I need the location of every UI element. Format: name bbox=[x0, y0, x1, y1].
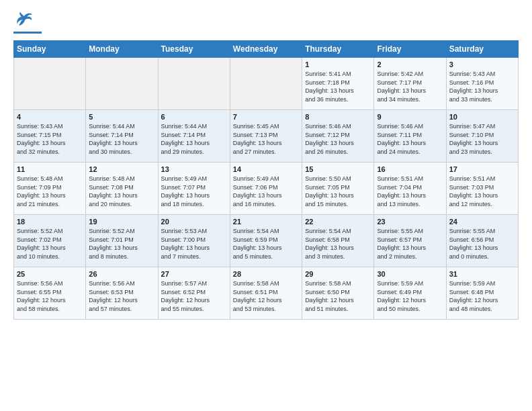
cell-info: Sunrise: 5:43 AM Sunset: 7:15 PM Dayligh… bbox=[17, 122, 83, 156]
calendar-cell: 29Sunrise: 5:58 AM Sunset: 6:50 PM Dayli… bbox=[302, 267, 374, 320]
cell-info: Sunrise: 5:43 AM Sunset: 7:16 PM Dayligh… bbox=[449, 70, 515, 103]
cell-info: Sunrise: 5:48 AM Sunset: 7:09 PM Dayligh… bbox=[17, 175, 83, 208]
day-number: 27 bbox=[161, 270, 227, 278]
day-number: 16 bbox=[377, 165, 443, 173]
cell-info: Sunrise: 5:44 AM Sunset: 7:14 PM Dayligh… bbox=[161, 122, 227, 156]
cell-info: Sunrise: 5:56 AM Sunset: 6:53 PM Dayligh… bbox=[89, 279, 154, 313]
day-number: 31 bbox=[449, 270, 515, 278]
calendar-cell bbox=[230, 58, 302, 110]
calendar-cell: 22Sunrise: 5:54 AM Sunset: 6:58 PM Dayli… bbox=[302, 215, 374, 267]
cell-info: Sunrise: 5:45 AM Sunset: 7:13 PM Dayligh… bbox=[233, 122, 299, 156]
cell-info: Sunrise: 5:52 AM Sunset: 7:01 PM Dayligh… bbox=[89, 227, 154, 261]
cell-info: Sunrise: 5:54 AM Sunset: 6:58 PM Dayligh… bbox=[305, 227, 371, 261]
day-number: 11 bbox=[17, 165, 83, 173]
cell-info: Sunrise: 5:51 AM Sunset: 7:03 PM Dayligh… bbox=[449, 175, 515, 208]
day-number: 24 bbox=[449, 218, 515, 226]
day-number: 22 bbox=[305, 218, 371, 226]
calendar-cell: 1Sunrise: 5:41 AM Sunset: 7:18 PM Daylig… bbox=[302, 58, 374, 110]
day-number: 6 bbox=[161, 113, 227, 121]
calendar-cell: 5Sunrise: 5:44 AM Sunset: 7:14 PM Daylig… bbox=[86, 110, 158, 163]
day-number: 28 bbox=[233, 270, 299, 278]
calendar-cell: 19Sunrise: 5:52 AM Sunset: 7:01 PM Dayli… bbox=[86, 215, 158, 267]
calendar-cell: 27Sunrise: 5:57 AM Sunset: 6:52 PM Dayli… bbox=[158, 267, 230, 320]
page: SundayMondayTuesdayWednesdayThursdayFrid… bbox=[0, 0, 532, 411]
cell-info: Sunrise: 5:46 AM Sunset: 7:11 PM Dayligh… bbox=[377, 122, 443, 156]
header-day-monday: Monday bbox=[86, 41, 158, 58]
day-number: 2 bbox=[377, 60, 443, 68]
week-row-4: 18Sunrise: 5:52 AM Sunset: 7:02 PM Dayli… bbox=[14, 215, 519, 267]
calendar-cell: 11Sunrise: 5:48 AM Sunset: 7:09 PM Dayli… bbox=[14, 163, 86, 215]
cell-info: Sunrise: 5:55 AM Sunset: 6:56 PM Dayligh… bbox=[449, 227, 515, 261]
calendar-cell: 21Sunrise: 5:54 AM Sunset: 6:59 PM Dayli… bbox=[230, 215, 302, 267]
cell-info: Sunrise: 5:48 AM Sunset: 7:08 PM Dayligh… bbox=[89, 175, 154, 208]
calendar-cell: 17Sunrise: 5:51 AM Sunset: 7:03 PM Dayli… bbox=[446, 163, 518, 215]
header-day-wednesday: Wednesday bbox=[230, 41, 302, 58]
day-number: 29 bbox=[305, 270, 371, 278]
cell-info: Sunrise: 5:54 AM Sunset: 6:59 PM Dayligh… bbox=[233, 227, 299, 261]
day-number: 23 bbox=[377, 218, 443, 226]
day-number: 4 bbox=[17, 113, 83, 121]
day-number: 13 bbox=[161, 165, 227, 173]
day-number: 19 bbox=[89, 218, 154, 226]
header-day-thursday: Thursday bbox=[302, 41, 374, 58]
header-day-sunday: Sunday bbox=[14, 41, 86, 58]
day-number: 20 bbox=[161, 218, 227, 226]
day-number: 1 bbox=[305, 60, 371, 68]
cell-info: Sunrise: 5:41 AM Sunset: 7:18 PM Dayligh… bbox=[305, 70, 371, 103]
week-row-1: 1Sunrise: 5:41 AM Sunset: 7:18 PM Daylig… bbox=[14, 58, 519, 110]
header-row: SundayMondayTuesdayWednesdayThursdayFrid… bbox=[14, 41, 519, 58]
calendar-cell bbox=[158, 58, 230, 110]
day-number: 10 bbox=[449, 113, 515, 121]
cell-info: Sunrise: 5:47 AM Sunset: 7:10 PM Dayligh… bbox=[449, 122, 515, 156]
day-number: 3 bbox=[449, 60, 515, 68]
cell-info: Sunrise: 5:58 AM Sunset: 6:51 PM Dayligh… bbox=[233, 279, 299, 313]
day-number: 15 bbox=[305, 165, 371, 173]
day-number: 25 bbox=[17, 270, 83, 278]
day-number: 21 bbox=[233, 218, 299, 226]
cell-info: Sunrise: 5:58 AM Sunset: 6:50 PM Dayligh… bbox=[305, 279, 371, 313]
calendar-cell: 10Sunrise: 5:47 AM Sunset: 7:10 PM Dayli… bbox=[446, 110, 518, 163]
header bbox=[13, 11, 519, 34]
calendar-cell: 18Sunrise: 5:52 AM Sunset: 7:02 PM Dayli… bbox=[14, 215, 86, 267]
calendar-cell: 12Sunrise: 5:48 AM Sunset: 7:08 PM Dayli… bbox=[86, 163, 158, 215]
cell-info: Sunrise: 5:46 AM Sunset: 7:12 PM Dayligh… bbox=[305, 122, 371, 156]
calendar-cell: 24Sunrise: 5:55 AM Sunset: 6:56 PM Dayli… bbox=[446, 215, 518, 267]
calendar-cell: 23Sunrise: 5:55 AM Sunset: 6:57 PM Dayli… bbox=[374, 215, 446, 267]
day-number: 14 bbox=[233, 165, 299, 173]
cell-info: Sunrise: 5:57 AM Sunset: 6:52 PM Dayligh… bbox=[161, 279, 227, 313]
cell-info: Sunrise: 5:42 AM Sunset: 7:17 PM Dayligh… bbox=[377, 70, 443, 103]
calendar-cell: 31Sunrise: 5:59 AM Sunset: 6:48 PM Dayli… bbox=[446, 267, 518, 320]
calendar-table: SundayMondayTuesdayWednesdayThursdayFrid… bbox=[13, 40, 519, 320]
calendar-cell: 9Sunrise: 5:46 AM Sunset: 7:11 PM Daylig… bbox=[374, 110, 446, 163]
cell-info: Sunrise: 5:50 AM Sunset: 7:05 PM Dayligh… bbox=[305, 175, 371, 208]
day-number: 30 bbox=[377, 270, 443, 278]
week-row-5: 25Sunrise: 5:56 AM Sunset: 6:55 PM Dayli… bbox=[14, 267, 519, 320]
calendar-cell: 26Sunrise: 5:56 AM Sunset: 6:53 PM Dayli… bbox=[86, 267, 158, 320]
calendar-cell: 3Sunrise: 5:43 AM Sunset: 7:16 PM Daylig… bbox=[446, 58, 518, 110]
cell-info: Sunrise: 5:59 AM Sunset: 6:48 PM Dayligh… bbox=[449, 279, 515, 313]
day-number: 18 bbox=[17, 218, 83, 226]
calendar-cell: 14Sunrise: 5:49 AM Sunset: 7:06 PM Dayli… bbox=[230, 163, 302, 215]
calendar-cell: 20Sunrise: 5:53 AM Sunset: 7:00 PM Dayli… bbox=[158, 215, 230, 267]
cell-info: Sunrise: 5:53 AM Sunset: 7:00 PM Dayligh… bbox=[161, 227, 227, 261]
calendar-cell: 2Sunrise: 5:42 AM Sunset: 7:17 PM Daylig… bbox=[374, 58, 446, 110]
day-number: 17 bbox=[449, 165, 515, 173]
header-day-friday: Friday bbox=[374, 41, 446, 58]
day-number: 12 bbox=[89, 165, 154, 173]
cell-info: Sunrise: 5:52 AM Sunset: 7:02 PM Dayligh… bbox=[17, 227, 83, 261]
week-row-2: 4Sunrise: 5:43 AM Sunset: 7:15 PM Daylig… bbox=[14, 110, 519, 163]
calendar-cell: 4Sunrise: 5:43 AM Sunset: 7:15 PM Daylig… bbox=[14, 110, 86, 163]
cell-info: Sunrise: 5:49 AM Sunset: 7:07 PM Dayligh… bbox=[161, 175, 227, 208]
cell-info: Sunrise: 5:44 AM Sunset: 7:14 PM Dayligh… bbox=[89, 122, 154, 156]
cell-info: Sunrise: 5:51 AM Sunset: 7:04 PM Dayligh… bbox=[377, 175, 443, 208]
calendar-cell bbox=[86, 58, 158, 110]
day-number: 26 bbox=[89, 270, 154, 278]
calendar-cell: 25Sunrise: 5:56 AM Sunset: 6:55 PM Dayli… bbox=[14, 267, 86, 320]
day-number: 5 bbox=[89, 113, 154, 121]
calendar-cell: 7Sunrise: 5:45 AM Sunset: 7:13 PM Daylig… bbox=[230, 110, 302, 163]
day-number: 8 bbox=[305, 113, 371, 121]
calendar-cell: 13Sunrise: 5:49 AM Sunset: 7:07 PM Dayli… bbox=[158, 163, 230, 215]
calendar-cell: 8Sunrise: 5:46 AM Sunset: 7:12 PM Daylig… bbox=[302, 110, 374, 163]
calendar-cell: 28Sunrise: 5:58 AM Sunset: 6:51 PM Dayli… bbox=[230, 267, 302, 320]
cell-info: Sunrise: 5:55 AM Sunset: 6:57 PM Dayligh… bbox=[377, 227, 443, 261]
